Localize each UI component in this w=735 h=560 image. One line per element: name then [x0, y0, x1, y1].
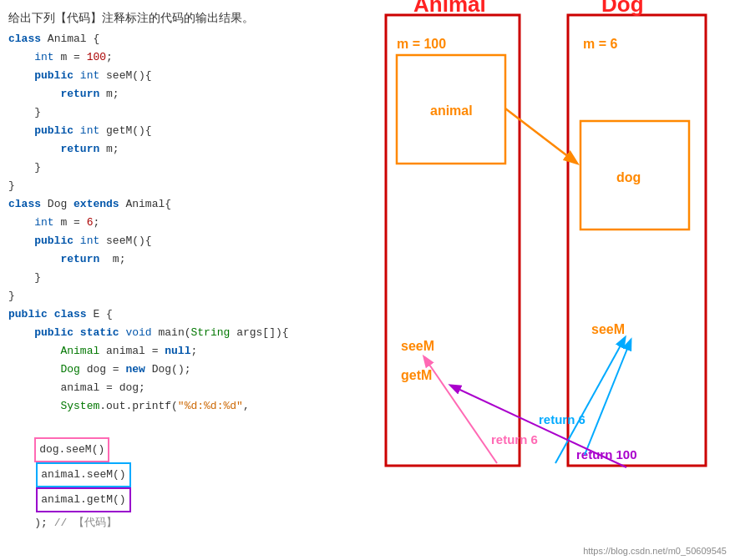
animal-getm-label: getM: [401, 368, 432, 382]
watermark: https://blog.csdn.net/m0_50609545: [583, 546, 727, 556]
animal-m-value: m = 100: [397, 37, 446, 51]
code-line: }: [8, 103, 359, 122]
code-line: int m = 6;: [8, 214, 359, 232]
code-line: Dog dog = new Dog();: [8, 361, 359, 379]
code-line: public static void main(String args[]){: [8, 324, 359, 342]
dog-outer-box: [568, 15, 706, 466]
animal-inner-label: animal: [430, 103, 473, 118]
dog-m-value: m = 6: [583, 37, 617, 51]
code-line: class Animal {: [8, 30, 359, 48]
code-line: return m;: [8, 85, 359, 103]
code-line: animal = dog;: [8, 379, 359, 397]
code-line: class Dog extends Animal{: [8, 195, 359, 214]
dogseem-pink-arrow: [424, 357, 497, 463]
dog-seem-label: seeM: [591, 322, 625, 336]
code-line: }: [8, 177, 359, 195]
return6-cyan: return 6: [539, 412, 585, 426]
dog-inner-label: dog: [616, 170, 641, 184]
diagram-area: Animal Dog m = 100 animal m = 6 dog: [368, 0, 735, 560]
code-line: public class E {: [8, 305, 359, 324]
code-line: return m;: [8, 250, 359, 269]
animal-label: Animal: [413, 0, 486, 17]
page-title: 给出下列【代码】注释标注的代码的输出结果。: [8, 8, 359, 27]
code-line: }: [8, 556, 359, 560]
code-line: public int getM(){: [8, 122, 359, 140]
code-line: int m = 100;: [8, 48, 359, 67]
return6-pink: return 6: [491, 432, 538, 446]
code-line: }: [8, 287, 359, 305]
code-area: 给出下列【代码】注释标注的代码的输出结果。 class Animal { int…: [0, 0, 368, 560]
code-line: public int seeM(){: [8, 232, 359, 250]
code-line: return m;: [8, 140, 359, 159]
code-line: public int seeM(){: [8, 67, 359, 85]
dog-seeM-box: dog.seeM(): [34, 437, 109, 462]
animal-getM-box: animal.getM(): [36, 487, 130, 512]
animal-seem-label: seeM: [401, 339, 434, 353]
animal-to-dog-arrow: [505, 108, 576, 163]
animal-seeM-box: animal.seeM(): [36, 462, 130, 487]
code-line-boxes: dog.seeM() animal.seeM() animal.getM() )…: [8, 416, 359, 556]
diagram-svg: Animal Dog m = 100 animal m = 6 dog: [368, 0, 735, 560]
code-line: }: [8, 269, 359, 287]
code-line: System.out.printf("%d:%d:%d",: [8, 397, 359, 416]
dogseem-to-seem-arrow: [555, 338, 625, 463]
code-line: }: [8, 159, 359, 177]
code-line: Animal animal = null;: [8, 342, 359, 361]
animalgem-to-getm-arrow: [451, 386, 626, 467]
dog-label: Dog: [601, 0, 644, 17]
